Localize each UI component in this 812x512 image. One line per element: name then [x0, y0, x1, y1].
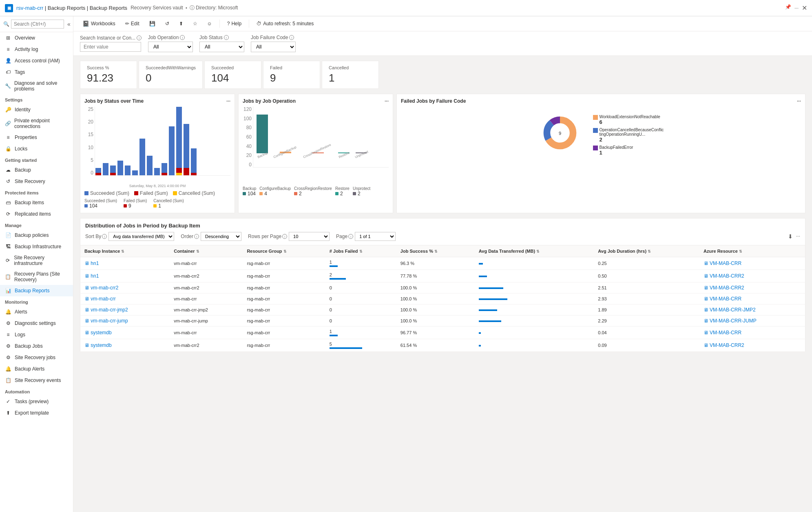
favorite-button[interactable]: ☆	[190, 19, 200, 28]
sidebar-item-identity[interactable]: 🔑Identity	[0, 104, 73, 115]
col-header-0[interactable]: Backup Instance⇅	[80, 245, 170, 257]
job-status-select[interactable]: All	[199, 42, 244, 52]
sidebar-item-diagnostic-settings[interactable]: ⚙Diagnostic settings	[0, 318, 73, 329]
op-bar-0	[257, 115, 268, 153]
sidebar-item-backup-jobs[interactable]: ⚙Backup Jobs	[0, 340, 73, 352]
cell-instance-1[interactable]: 🖥 hn1	[80, 270, 170, 282]
cell-rg-3: rsg-mab-crr	[243, 294, 325, 305]
sidebar-item-alerts[interactable]: 🔔Alerts	[0, 306, 73, 318]
backup-label: Backup	[15, 167, 31, 173]
col-header-6[interactable]: Avg Job Duration (hrs)⇅	[594, 245, 699, 257]
azure-icon-2: 🖥	[704, 285, 708, 291]
job-failure-select[interactable]: All	[251, 42, 296, 52]
order-select[interactable]: Descending	[201, 232, 241, 241]
cell-azure-resource-4[interactable]: 🖥VM-MAB-CRR-JMP2	[699, 305, 805, 316]
table-more-button[interactable]: ···	[796, 233, 800, 240]
op-group-2: CrossRegionRestore	[303, 152, 333, 167]
close-button[interactable]: ✕	[802, 4, 807, 12]
sort-icon-0: ⇅	[121, 249, 124, 254]
sidebar-item-tags[interactable]: 🏷Tags	[0, 66, 73, 78]
stats-row: Success %91.23SucceededWithWarnings0Succ…	[73, 56, 812, 94]
search-filter-input[interactable]	[80, 42, 141, 52]
failed-jobs-more[interactable]: ···	[797, 98, 801, 104]
edit-button[interactable]: ✏ Edit	[123, 19, 142, 28]
job-operation-select[interactable]: All	[148, 42, 193, 52]
page-select[interactable]: 1 of 1	[355, 232, 396, 241]
col-header-4[interactable]: Job Success %⇅	[396, 245, 475, 257]
sidebar-item-backup[interactable]: ☁Backup	[0, 164, 73, 176]
cell-instance-2[interactable]: 🖥 vm-mab-crr2	[80, 282, 170, 294]
sidebar-item-tasks[interactable]: ✓Tasks (preview)	[0, 396, 73, 407]
cell-azure-resource-0[interactable]: 🖥VM-MAB-CRR	[699, 257, 805, 270]
refresh-button[interactable]: ↺	[163, 19, 172, 28]
cell-azure-resource-7[interactable]: 🖥VM-MAB-CRR2	[699, 339, 805, 352]
rows-per-page-select[interactable]: 10	[289, 232, 330, 241]
diagnostic-settings-icon: ⚙	[5, 320, 11, 327]
collapse-button[interactable]: «	[67, 21, 71, 27]
site-recovery-infra-icon: ⟳	[5, 257, 11, 264]
vault-name[interactable]: rsv-mab-crr	[16, 5, 43, 11]
tags-label: Tags	[15, 69, 25, 75]
cell-azure-resource-5[interactable]: 🖥VM-MAB-CRR-JUMP	[699, 316, 805, 327]
auto-refresh-icon: ⏱	[257, 21, 261, 26]
cell-instance-6[interactable]: 🖥 systemdb	[80, 327, 170, 339]
sidebar-item-site-recovery[interactable]: ↺Site Recovery	[0, 176, 73, 187]
cell-instance-4[interactable]: 🖥 vm-mab-crr-jmp2	[80, 305, 170, 316]
legend-label-2: OperationCancelledBecauseConflictingOper…	[600, 128, 665, 137]
sidebar-item-locks[interactable]: 🔒Locks	[0, 143, 73, 154]
share-button[interactable]: ⬆	[177, 19, 186, 28]
cell-azure-resource-3[interactable]: 🖥VM-MAB-CRR	[699, 294, 805, 305]
feedback-button[interactable]: ☺	[205, 19, 215, 28]
auto-refresh-button[interactable]: ⏱ Auto refresh: 5 minutes	[254, 19, 316, 28]
cell-instance-7[interactable]: 🖥 systemdb	[80, 339, 170, 352]
col-header-7[interactable]: Azure Resource⇅	[699, 245, 805, 257]
jobs-by-operation-more[interactable]: ···	[385, 98, 389, 104]
sort-icon-5: ⇅	[536, 249, 540, 254]
sidebar-item-site-recovery-events[interactable]: 📋Site Recovery events	[0, 375, 73, 386]
sidebar-item-private-endpoints[interactable]: 🔗Private endpoint connections	[0, 115, 73, 132]
sidebar-item-overview[interactable]: ⊞Overview	[0, 32, 73, 44]
col-header-2[interactable]: Resource Group⇅	[243, 245, 325, 257]
sidebar-item-backup-reports[interactable]: 📊Backup Reports	[0, 285, 73, 296]
pin-button[interactable]: 📌	[785, 4, 791, 12]
sort-by-select[interactable]: Avg data transferred (MB)	[108, 232, 174, 241]
sidebar-item-logs[interactable]: ≡Logs	[0, 329, 73, 340]
sidebar-item-replicated-items[interactable]: ⟳Replicated items	[0, 208, 73, 220]
sidebar-item-access-control[interactable]: 👤Access control (IAM)	[0, 55, 73, 66]
more-button[interactable]: ...	[794, 4, 799, 12]
cell-instance-0[interactable]: 🖥 hn1	[80, 257, 170, 270]
sidebar-item-export-template[interactable]: ⬆Export template	[0, 407, 73, 419]
diagnose-label: Diagnose and solve problems	[14, 80, 68, 92]
sidebar-item-backup-alerts[interactable]: 🔔Backup Alerts	[0, 363, 73, 375]
help-button[interactable]: ? Help	[225, 19, 244, 28]
sidebar-item-properties[interactable]: ≡Properties	[0, 132, 73, 143]
jobs-by-status-more[interactable]: ···	[226, 98, 230, 104]
sidebar-item-recovery-plans[interactable]: 📋Recovery Plans (Site Recovery)	[0, 269, 73, 285]
col-header-1[interactable]: Container⇅	[170, 245, 243, 257]
cell-azure-resource-1[interactable]: 🖥VM-MAB-CRR2	[699, 270, 805, 282]
cell-azure-resource-6[interactable]: 🖥VM-MAB-CRR	[699, 327, 805, 339]
order-info: i	[194, 234, 199, 239]
table-header: Distribution of Jobs in Period by Backup…	[80, 218, 805, 245]
job-operation-filter: Job Operation i All	[148, 35, 193, 52]
cell-azure-resource-2[interactable]: 🖥VM-MAB-CRR2	[699, 282, 805, 294]
sidebar-item-backup-infrastructure[interactable]: 🏗Backup Infrastructure	[0, 241, 73, 252]
sidebar-item-site-recovery-infra[interactable]: ⟳Site Recovery infrastructure	[0, 252, 73, 269]
site-recovery-jobs-icon: ⚙	[5, 354, 11, 361]
sidebar-item-site-recovery-jobs[interactable]: ⚙Site Recovery jobs	[0, 352, 73, 363]
sidebar-item-diagnose[interactable]: 🔧Diagnose and solve problems	[0, 78, 73, 94]
cell-avg-data-0	[475, 257, 594, 270]
backup-jobs-label: Backup Jobs	[15, 343, 43, 349]
col-header-3[interactable]: # Jobs Failed⇅	[325, 245, 396, 257]
col-header-5[interactable]: Avg Data Transferred (MB)⇅	[475, 245, 594, 257]
backup-reports-icon: 📊	[5, 287, 11, 294]
cell-instance-3[interactable]: 🖥 vm-mab-crr	[80, 294, 170, 305]
download-button[interactable]: ⬇	[788, 233, 793, 240]
workbooks-button[interactable]: 📓 Workbooks	[80, 19, 118, 29]
sidebar-item-activity-log[interactable]: ≡Activity log	[0, 44, 73, 55]
sidebar-item-backup-items[interactable]: 🗃Backup items	[0, 197, 73, 208]
cell-instance-5[interactable]: 🖥 vm-mab-crr-jump	[80, 316, 170, 327]
save-button[interactable]: 💾	[147, 19, 158, 28]
search-input[interactable]	[11, 20, 64, 29]
sidebar-item-backup-policies[interactable]: 📄Backup policies	[0, 230, 73, 241]
